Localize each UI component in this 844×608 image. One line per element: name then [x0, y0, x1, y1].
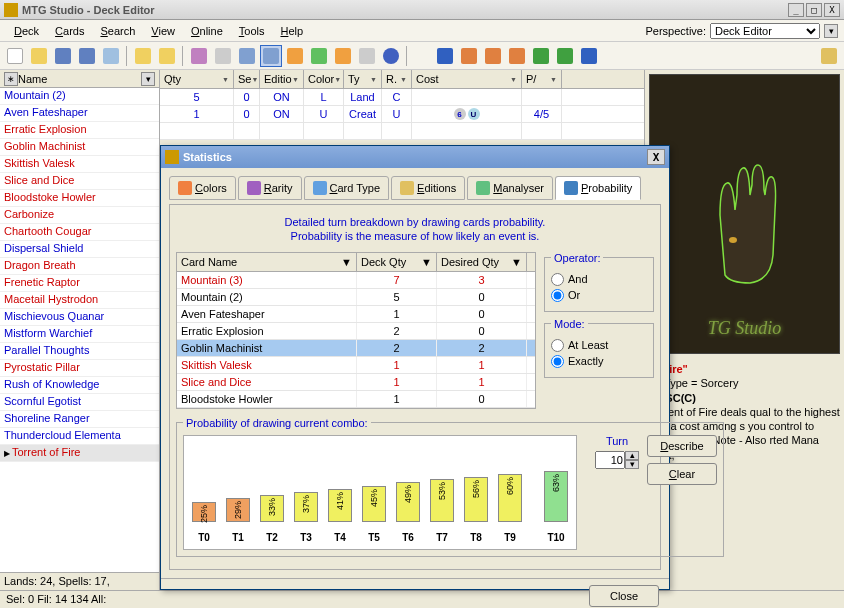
tb-bookmark[interactable] — [818, 45, 840, 67]
grid-col[interactable]: P/▼ — [522, 70, 562, 88]
tb-save[interactable] — [52, 45, 74, 67]
close-button[interactable]: Close — [589, 585, 659, 607]
grid-row[interactable] — [160, 123, 644, 140]
grid-col[interactable]: R.▼ — [382, 70, 412, 88]
tb-new[interactable] — [4, 45, 26, 67]
deck-row[interactable]: Chartooth Cougar — [0, 224, 159, 241]
radio-atleast[interactable] — [551, 339, 564, 352]
deck-row[interactable]: Bloodstoke Howler — [0, 190, 159, 207]
menu-deck[interactable]: Deck — [6, 23, 47, 39]
stats-row[interactable]: Mountain (2)50 — [177, 289, 535, 306]
grid-body[interactable]: 50ONLLandC10ONUCreatU6U4/5 — [160, 89, 644, 140]
clear-button[interactable]: Clear — [647, 463, 717, 485]
dialog-tab-rarity[interactable]: Rarity — [238, 176, 302, 200]
deck-row[interactable]: Frenetic Raptor — [0, 275, 159, 292]
deck-row[interactable]: Aven Fateshaper — [0, 105, 159, 122]
tb-settings[interactable] — [356, 45, 378, 67]
deck-row[interactable]: Dragon Breath — [0, 258, 159, 275]
deck-row[interactable]: Scornful Egotist — [0, 394, 159, 411]
menu-cards[interactable]: Cards — [47, 23, 92, 39]
expand-btn[interactable]: ∗ — [4, 72, 18, 86]
grid-col[interactable]: Se▼ — [234, 70, 260, 88]
dialog-titlebar[interactable]: Statistics X — [161, 146, 669, 168]
stats-row[interactable]: Aven Fateshaper10 — [177, 306, 535, 323]
grid-row[interactable]: 50ONLLandC — [160, 89, 644, 106]
col-name[interactable]: Name — [18, 73, 141, 85]
stats-row[interactable]: Mountain (3)73 — [177, 272, 535, 289]
grid-col[interactable]: Color▼ — [304, 70, 344, 88]
tb-color1[interactable] — [284, 45, 306, 67]
nav-prev[interactable] — [482, 45, 504, 67]
describe-button[interactable]: Describe — [647, 435, 717, 457]
perspective-toggle[interactable]: ▾ — [824, 24, 838, 38]
radio-exactly[interactable] — [551, 355, 564, 368]
turn-down[interactable]: ▾ — [625, 460, 639, 469]
nav-next[interactable] — [530, 45, 552, 67]
tb-image[interactable] — [236, 45, 258, 67]
dialog-tab-manalyser[interactable]: Manalyser — [467, 176, 553, 200]
deck-row[interactable]: Mountain (2) — [0, 88, 159, 105]
tb-copy[interactable] — [100, 45, 122, 67]
stats-row[interactable]: Bloodstoke Howler10 — [177, 391, 535, 408]
maximize-button[interactable]: □ — [806, 3, 822, 17]
deck-row[interactable]: Thundercloud Elementa — [0, 428, 159, 445]
tb-folder2[interactable] — [156, 45, 178, 67]
menu-help[interactable]: Help — [272, 23, 311, 39]
grid-row[interactable]: 10ONUCreatU6U4/5 — [160, 106, 644, 123]
tb-saveall[interactable] — [76, 45, 98, 67]
dialog-tab-editions[interactable]: Editions — [391, 176, 465, 200]
tb-color2[interactable] — [308, 45, 330, 67]
deck-row[interactable]: Mistform Warchief — [0, 326, 159, 343]
deck-row[interactable]: Torrent of Fire — [0, 445, 159, 462]
menu-tools[interactable]: Tools — [231, 23, 273, 39]
tb-folder1[interactable] — [132, 45, 154, 67]
radio-or[interactable] — [551, 289, 564, 302]
deck-row[interactable]: Mischievous Quanar — [0, 309, 159, 326]
deck-row[interactable]: Goblin Machinist — [0, 139, 159, 156]
dialog-tab-card-type[interactable]: Card Type — [304, 176, 390, 200]
grid-col[interactable]: Cost▼ — [412, 70, 522, 88]
menu-search[interactable]: Search — [92, 23, 143, 39]
nav-last[interactable] — [578, 45, 600, 67]
dialog-tab-colors[interactable]: Colors — [169, 176, 236, 200]
menu-online[interactable]: Online — [183, 23, 231, 39]
deck-row[interactable]: Parallel Thoughts — [0, 343, 159, 360]
stats-row[interactable]: Erratic Explosion20 — [177, 323, 535, 340]
dialog-tab-probability[interactable]: Probability — [555, 176, 641, 200]
deck-row[interactable]: Shoreline Ranger — [0, 411, 159, 428]
deck-row[interactable]: Dispersal Shield — [0, 241, 159, 258]
nav-next2[interactable] — [554, 45, 576, 67]
grid-col[interactable]: Ty▼ — [344, 70, 382, 88]
turn-input[interactable] — [595, 451, 625, 469]
stats-table[interactable]: Card Name▼ Deck Qty▼ Desired Qty▼ Mounta… — [176, 252, 536, 409]
stats-row[interactable]: Skittish Valesk11 — [177, 357, 535, 374]
nav-first[interactable] — [434, 45, 456, 67]
tb-zoom[interactable] — [260, 45, 282, 67]
deck-row[interactable]: Macetail Hystrodon — [0, 292, 159, 309]
dialog-close-button[interactable]: X — [647, 149, 665, 165]
tb-color3[interactable] — [332, 45, 354, 67]
deck-row[interactable]: Slice and Dice — [0, 173, 159, 190]
deck-list[interactable]: Mountain (2)Aven FateshaperErratic Explo… — [0, 88, 159, 572]
deck-row[interactable]: Rush of Knowledge — [0, 377, 159, 394]
tb-open[interactable] — [28, 45, 50, 67]
close-button[interactable]: X — [824, 3, 840, 17]
col-dd[interactable]: ▾ — [141, 72, 155, 86]
minimize-button[interactable]: _ — [788, 3, 804, 17]
nav-prev2[interactable] — [458, 45, 480, 67]
grid-col[interactable]: Qty▼ — [160, 70, 234, 88]
grid-col[interactable]: Editio▼ — [260, 70, 304, 88]
menu-view[interactable]: View — [143, 23, 183, 39]
stats-row[interactable]: Goblin Machinist22 — [177, 340, 535, 357]
deck-row[interactable]: Carbonize — [0, 207, 159, 224]
stats-row[interactable]: Slice and Dice11 — [177, 374, 535, 391]
radio-and[interactable] — [551, 273, 564, 286]
tb-cards[interactable] — [188, 45, 210, 67]
nav-stop[interactable] — [506, 45, 528, 67]
deck-row[interactable]: Erratic Explosion — [0, 122, 159, 139]
deck-row[interactable]: Skittish Valesk — [0, 156, 159, 173]
tb-wand[interactable] — [212, 45, 234, 67]
deck-row[interactable]: Pyrostatic Pillar — [0, 360, 159, 377]
tb-info[interactable] — [380, 45, 402, 67]
perspective-select[interactable]: Deck Editor — [710, 23, 820, 39]
